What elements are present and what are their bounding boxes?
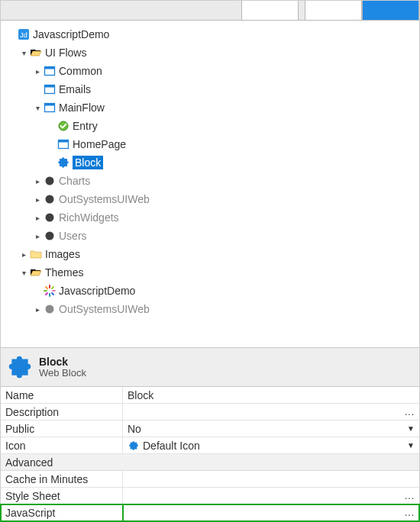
- prop-icon-key: Icon: [1, 437, 123, 454]
- circle-dim-icon: [44, 193, 56, 205]
- circle-grey-icon: [44, 303, 56, 315]
- tree-node-themes[interactable]: ▾ Themes: [4, 263, 416, 282]
- caret-down-icon[interactable]: ▼: [407, 424, 415, 433]
- prop-section-advanced: Advanced: [1, 454, 419, 471]
- tree-node-homepage[interactable]: ▶ HomePage: [4, 135, 416, 153]
- prop-stylesheet-key: Style Sheet: [1, 488, 123, 504]
- window-icon: [44, 65, 56, 77]
- tree-label: Common: [59, 65, 102, 77]
- caret-down-icon[interactable]: ▼: [407, 441, 415, 450]
- circle-dim-icon: [44, 230, 56, 242]
- theme-icon: [44, 285, 56, 297]
- expander-icon[interactable]: ▸: [33, 304, 42, 314]
- expander-icon[interactable]: ▸: [19, 250, 28, 259]
- tree-node-emails[interactable]: ▶ Emails: [4, 80, 416, 98]
- tree-node-uiflows[interactable]: ▾ UI Flows: [4, 44, 416, 62]
- tree-label: UI Flows: [45, 47, 86, 59]
- tree-node-common[interactable]: ▸ Common: [4, 62, 416, 80]
- prop-name-key: Name: [1, 387, 123, 404]
- window-icon: [44, 83, 56, 95]
- expander-icon[interactable]: ▸: [33, 195, 42, 204]
- expander-icon[interactable]: ▸: [33, 66, 42, 76]
- tree-label: Emails: [59, 83, 91, 95]
- tree-node-theme-js[interactable]: ▶ JavascriptDemo: [4, 282, 416, 300]
- prop-javascript-key: JavaScript: [1, 504, 123, 521]
- tab-unselected-2[interactable]: [305, 1, 362, 20]
- folder-icon: [30, 248, 42, 260]
- expander-icon[interactable]: ▾: [19, 48, 28, 57]
- prop-name-value[interactable]: Block: [123, 387, 419, 404]
- tree-label: JavascriptDemo: [59, 285, 135, 297]
- tree-node-richwidgets[interactable]: ▸ RichWidgets: [4, 208, 416, 227]
- circle-dim-icon: [44, 175, 56, 187]
- ellipsis-icon[interactable]: ...: [405, 407, 415, 417]
- tree-node-block[interactable]: ▶ Block: [4, 153, 416, 172]
- tree-node-theme-os[interactable]: ▸ OutSystemsUIWeb: [4, 300, 416, 318]
- tree-label: Entry: [73, 120, 98, 132]
- circle-dim-icon: [44, 211, 56, 224]
- tree-label: MainFlow: [59, 102, 105, 114]
- tab-unselected-1[interactable]: [241, 1, 299, 20]
- top-tab-strip: [1, 1, 419, 21]
- tree-label: Block: [73, 156, 103, 169]
- prop-cache-key: Cache in Minutes: [1, 471, 123, 488]
- tree-node-images[interactable]: ▸ Images: [4, 245, 416, 263]
- expander-icon[interactable]: ▸: [33, 213, 42, 222]
- prop-public-value[interactable]: No▼: [123, 420, 419, 437]
- expander-icon[interactable]: ▾: [19, 268, 28, 277]
- tree-node-mainflow[interactable]: ▾ MainFlow: [4, 98, 416, 117]
- expander-icon[interactable]: ▾: [33, 103, 42, 112]
- tree-node-app[interactable]: ▶ JavascriptDemo: [4, 25, 416, 44]
- tree-node-outsysuiweb[interactable]: ▸ OutSystemsUIWeb: [4, 190, 416, 208]
- folder-open-icon: [30, 266, 42, 279]
- module-tree[interactable]: ▶ JavascriptDemo ▾ UI Flows ▸ Common ▶ E…: [1, 21, 419, 321]
- tree-node-users[interactable]: ▸ Users: [4, 227, 416, 245]
- puzzle-icon: [128, 440, 140, 452]
- prop-stylesheet-value[interactable]: ...: [123, 488, 419, 504]
- tab-active[interactable]: [362, 1, 419, 20]
- tree-label: OutSystemsUIWeb: [59, 303, 150, 315]
- entry-icon: [57, 120, 69, 132]
- puzzle-icon: [57, 156, 69, 169]
- window-icon: [57, 138, 69, 150]
- properties-header: Block Web Block: [1, 347, 419, 387]
- prop-icon-value[interactable]: Default Icon▼: [123, 437, 419, 454]
- tree-label: Users: [59, 230, 87, 242]
- prop-public-key: Public: [1, 420, 123, 437]
- puzzle-large-icon: [7, 354, 33, 380]
- tree-label: JavascriptDemo: [33, 28, 109, 40]
- tree-node-charts[interactable]: ▸ Charts: [4, 172, 416, 190]
- app-icon: [18, 28, 30, 40]
- folder-open-icon: [30, 47, 42, 59]
- properties-subtitle: Web Block: [39, 368, 86, 379]
- prop-description-key: Description: [1, 404, 123, 420]
- tree-label: OutSystemsUIWeb: [59, 193, 150, 205]
- ellipsis-icon[interactable]: ...: [405, 491, 415, 501]
- tree-label: Images: [45, 248, 80, 260]
- prop-cache-value[interactable]: [123, 471, 419, 488]
- properties-grid: Name Block Description ... Public No▼ Ic…: [1, 387, 419, 521]
- prop-description-value[interactable]: ...: [123, 404, 419, 420]
- expander-icon[interactable]: ▸: [33, 176, 42, 185]
- window-icon: [44, 102, 56, 114]
- tree-label: Charts: [59, 175, 90, 187]
- prop-javascript-value[interactable]: ...: [123, 504, 419, 521]
- ellipsis-icon[interactable]: ...: [405, 508, 415, 518]
- expander-icon[interactable]: ▸: [33, 231, 42, 240]
- tree-label: HomePage: [73, 138, 126, 150]
- properties-title: Block: [39, 356, 86, 368]
- tree-label: Themes: [45, 266, 84, 279]
- tree-node-entry[interactable]: ▶ Entry: [4, 117, 416, 135]
- tree-label: RichWidgets: [59, 211, 119, 224]
